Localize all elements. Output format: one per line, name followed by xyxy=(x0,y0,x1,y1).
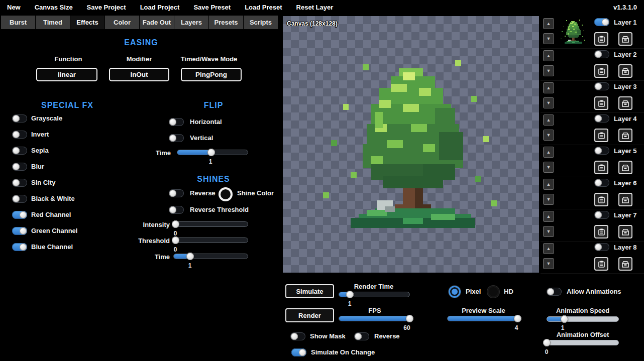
tab-effects[interactable]: Effects xyxy=(70,16,104,29)
layer-visibility-toggle[interactable] xyxy=(594,114,609,123)
blur-toggle[interactable] xyxy=(12,163,27,171)
slider-thumb[interactable] xyxy=(406,315,413,322)
layer-label[interactable]: Layer 2 xyxy=(614,51,637,59)
animation-offset-slider[interactable] xyxy=(544,340,619,345)
menu-save-project[interactable]: Save Project xyxy=(87,4,126,11)
menu-save-preset[interactable]: Save Preset xyxy=(193,4,231,11)
sepia-toggle[interactable] xyxy=(12,147,27,155)
layer-thumbnail[interactable] xyxy=(558,18,589,46)
layer-label[interactable]: Layer 6 xyxy=(614,179,637,187)
reverse-threshold-toggle[interactable] xyxy=(169,206,184,214)
layer-visibility-toggle[interactable] xyxy=(594,50,609,58)
layer-thumbnail[interactable] xyxy=(558,50,589,78)
layer-move-up-button[interactable]: ▲ xyxy=(543,147,554,158)
layer-move-down-button[interactable]: ▼ xyxy=(543,258,554,269)
flip-horizontal-toggle[interactable] xyxy=(169,118,184,126)
layer-move-down-button[interactable]: ▼ xyxy=(543,130,554,141)
invert-toggle[interactable] xyxy=(12,131,27,139)
layer-paste-button[interactable] xyxy=(618,64,632,78)
flip-time-slider[interactable] xyxy=(177,150,248,155)
layer-label[interactable]: Layer 8 xyxy=(614,244,637,252)
slider-thumb[interactable] xyxy=(561,315,568,323)
blue-channel-toggle[interactable] xyxy=(12,243,27,251)
layer-thumbnail[interactable] xyxy=(558,210,589,238)
layer-move-down-button[interactable]: ▼ xyxy=(543,65,554,76)
layer-move-up-button[interactable]: ▲ xyxy=(543,18,554,29)
layer-visibility-toggle[interactable] xyxy=(594,211,609,219)
menu-load-project[interactable]: Load Project xyxy=(140,4,180,11)
tab-burst[interactable]: Burst xyxy=(1,16,35,29)
shines-reverse-toggle[interactable] xyxy=(169,189,184,197)
layer-copy-button[interactable] xyxy=(594,32,608,46)
layer-copy-button[interactable] xyxy=(594,96,608,110)
slider-thumb[interactable] xyxy=(172,236,179,244)
layer-move-down-button[interactable]: ▼ xyxy=(543,194,554,205)
layer-label[interactable]: Layer 1 xyxy=(614,19,637,27)
green-channel-toggle[interactable] xyxy=(12,227,27,235)
layer-thumbnail[interactable] xyxy=(558,82,589,110)
preview-scale-slider[interactable] xyxy=(447,316,521,321)
layer-label[interactable]: Layer 3 xyxy=(614,83,637,91)
layer-move-down-button[interactable]: ▼ xyxy=(543,97,554,108)
layer-move-down-button[interactable]: ▼ xyxy=(543,162,554,173)
layer-move-up-button[interactable]: ▲ xyxy=(543,82,554,93)
layer-copy-button[interactable] xyxy=(594,129,608,142)
simulate-button[interactable]: Simulate xyxy=(285,284,334,298)
slider-thumb[interactable] xyxy=(186,253,194,260)
black-white-toggle[interactable] xyxy=(12,195,27,203)
layer-paste-button[interactable] xyxy=(618,96,632,110)
layer-move-up-button[interactable]: ▲ xyxy=(543,50,554,61)
layer-move-up-button[interactable]: ▲ xyxy=(543,243,554,254)
layer-paste-button[interactable] xyxy=(618,193,632,206)
layer-move-up-button[interactable]: ▲ xyxy=(543,114,554,126)
tab-fade-out[interactable]: Fade Out xyxy=(140,16,174,29)
easing-modifier-dropdown[interactable]: InOut xyxy=(109,68,169,81)
layer-label[interactable]: Layer 5 xyxy=(614,147,637,155)
slider-thumb[interactable] xyxy=(514,315,521,322)
slider-thumb[interactable] xyxy=(543,339,551,346)
layer-visibility-toggle[interactable] xyxy=(594,147,609,155)
simulate-on-change-toggle[interactable] xyxy=(291,348,306,356)
layer-move-up-button[interactable]: ▲ xyxy=(543,211,554,222)
intensity-slider[interactable] xyxy=(173,221,248,227)
menu-load-preset[interactable]: Load Preset xyxy=(245,4,282,11)
reverse-toggle[interactable] xyxy=(354,332,369,340)
layer-copy-button[interactable] xyxy=(594,161,608,174)
hd-radio[interactable] xyxy=(487,286,499,298)
slider-thumb[interactable] xyxy=(172,220,179,228)
layer-paste-button[interactable] xyxy=(618,225,632,238)
layer-paste-button[interactable] xyxy=(618,129,632,142)
layer-visibility-toggle[interactable] xyxy=(594,179,609,187)
layer-paste-button[interactable] xyxy=(618,32,632,46)
layer-thumbnail[interactable] xyxy=(558,114,589,142)
threshold-slider[interactable] xyxy=(173,237,248,243)
tab-timed[interactable]: Timed xyxy=(36,16,70,29)
shines-time-slider[interactable] xyxy=(173,254,248,259)
layer-copy-button[interactable] xyxy=(594,193,608,206)
tab-presets[interactable]: Presets xyxy=(209,16,243,29)
layer-thumbnail[interactable] xyxy=(558,146,589,174)
layer-move-down-button[interactable]: ▼ xyxy=(543,33,554,44)
layer-paste-button[interactable] xyxy=(618,161,632,174)
easing-function-dropdown[interactable]: linear xyxy=(36,68,97,81)
layer-visibility-toggle[interactable] xyxy=(594,243,609,251)
flip-vertical-toggle[interactable] xyxy=(169,134,184,142)
layer-label[interactable]: Layer 7 xyxy=(614,211,637,219)
render-time-slider[interactable] xyxy=(339,292,410,297)
grayscale-toggle[interactable] xyxy=(12,114,27,123)
layer-copy-button[interactable] xyxy=(594,225,608,238)
menu-canvas-size[interactable]: Canvas Size xyxy=(35,4,73,11)
layer-thumbnail[interactable] xyxy=(558,243,589,271)
layer-paste-button[interactable] xyxy=(618,257,632,271)
menu-reset-layer[interactable]: Reset Layer xyxy=(296,4,334,11)
layer-visibility-toggle[interactable] xyxy=(594,82,609,90)
show-mask-toggle[interactable] xyxy=(290,332,305,340)
layer-move-up-button[interactable]: ▲ xyxy=(543,179,554,190)
layer-thumbnail[interactable] xyxy=(558,178,589,206)
layer-visibility-toggle[interactable] xyxy=(594,18,609,26)
animation-speed-slider[interactable] xyxy=(547,316,619,322)
red-channel-toggle[interactable] xyxy=(12,211,27,219)
sin-city-toggle[interactable] xyxy=(12,179,27,187)
layer-label[interactable]: Layer 4 xyxy=(614,115,637,123)
layer-move-down-button[interactable]: ▼ xyxy=(543,226,554,237)
